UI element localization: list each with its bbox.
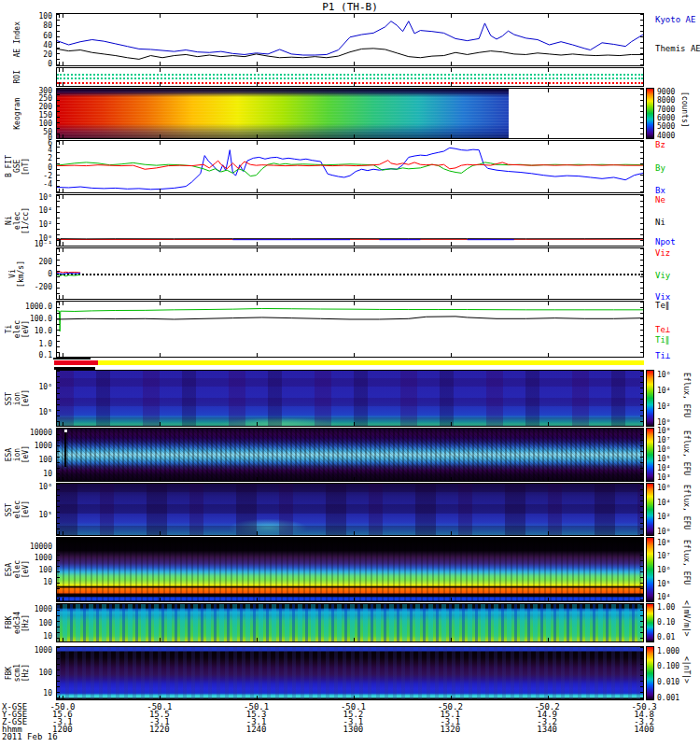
tick-label: 10⁸ [657, 538, 670, 546]
panel-y-axis-label: Vi [km/s] [0, 247, 34, 300]
axis-row-hhmm: hhmm1200122012401300132013401400 [0, 725, 700, 733]
legend-label: Te⊥ [655, 325, 670, 334]
tick-label: 0 [48, 60, 52, 68]
temperature-left-tick-comb [57, 302, 60, 357]
tick-label: 9000 [657, 87, 675, 95]
panel-temperature: 1000.0100.010.01.00.1 [56, 301, 644, 358]
bfit-right-tick-comb [640, 141, 643, 192]
tick-label: 10⁶ [657, 566, 670, 574]
tick-label: 1.0 [39, 339, 52, 347]
esa-ion-colorbar [646, 428, 654, 482]
series-Te∥ [57, 317, 643, 319]
tick-label: 10³ [657, 472, 670, 481]
panel-y-axis-label: Keogram [0, 88, 34, 139]
b-fit-chart [57, 141, 643, 192]
tick-label: 80 [43, 21, 52, 30]
fbk-edc34-left-tick-comb [57, 604, 60, 641]
panel-y-axis-label: SST elec [eV] [0, 483, 34, 536]
panel-y-axis-label-text: AE Index [13, 21, 21, 58]
panel-y-axis-label-text: ESA elec [eV] [5, 560, 30, 578]
tick-label: 0 [48, 270, 52, 278]
legend-label: Ni [655, 218, 665, 227]
tick-label: 10⁷ [657, 436, 670, 444]
dotted-guide-line [57, 74, 643, 76]
legend-label: Themis AE [655, 44, 700, 53]
tick-label: 200 [39, 102, 52, 110]
sst-elec-left-tick-comb [57, 484, 60, 535]
esa-elec-spectrogram [57, 538, 643, 601]
panel-y-axis-label: ESA elec [eV] [0, 537, 34, 602]
tick-label: 4000 [657, 131, 675, 139]
panel-esa-ion: 10000100010010 [56, 428, 644, 482]
legend-label: [counts] [680, 92, 689, 128]
axis-value: 1340 [537, 725, 557, 734]
panel-y-axis-label: ESA ion [eV] [0, 428, 34, 482]
legend-label: Bz [655, 140, 665, 149]
series-Vix [57, 273, 80, 274]
legend-label: Eflux, EFU [682, 540, 691, 585]
tick-label: 10⁶ [657, 370, 670, 378]
esa-elec-left-tick-comb [57, 538, 60, 601]
panel-y-axis-label-text: FBK edc34 [Hz] [5, 612, 30, 634]
bfit-left-tick-comb [57, 141, 60, 192]
tick-label: 10⁵ [657, 579, 670, 587]
tick-label: 10⁶ [657, 483, 670, 491]
tick-label: 10 [43, 632, 52, 641]
panel-sst-ion: 10⁶10⁵ [56, 370, 644, 427]
tick-label: 10⁶ [657, 445, 670, 454]
ae-right-tick-comb [640, 14, 643, 65]
tick-label: 100 [39, 668, 52, 676]
tick-label: -2 [43, 171, 52, 179]
axis-value: 1320 [440, 725, 460, 734]
keogram-right-tick-comb [640, 89, 643, 138]
legend-label: Kyoto AE [655, 15, 695, 24]
esa-ion-white-dot [64, 430, 67, 432]
tick-label: 10 [43, 469, 52, 477]
sst-elec-colorbar [646, 483, 654, 536]
panel-density: 10⁶10⁴10²10⁰10⁻¹ [56, 194, 644, 247]
panel-y-axis-label-text: B FIT GSE [nT] [5, 155, 30, 177]
fbk-scm1-colorbar [646, 646, 654, 700]
sst-ion-spectrogram [57, 371, 643, 426]
date-label: 2011 Feb 16 [2, 732, 58, 741]
legend-label: Viy [655, 271, 670, 280]
panel-y-axis-label: Ni elec [1/cc] [0, 194, 34, 247]
tick-label: 10⁰ [657, 528, 670, 536]
panel-y-axis-label-text: FBK scm1 [Hz] [5, 664, 30, 682]
temperature-chart [57, 302, 643, 357]
panel-y-axis-label-text: SST elec [eV] [5, 500, 30, 518]
tick-label: 10² [39, 219, 52, 228]
panel-y-axis-label-text: ROI [13, 70, 21, 83]
series-Kyoto AE [57, 21, 643, 55]
tick-label: -4 [43, 179, 52, 188]
tick-label: 1000 [35, 645, 52, 654]
tick-label: 10² [657, 402, 670, 411]
tick-label: 10⁰ [657, 418, 670, 427]
velocity-right-tick-comb [640, 248, 643, 299]
sst-ion-right-tick-comb [640, 371, 643, 426]
ae-left-tick-comb [57, 14, 60, 65]
panel-y-axis-label-text: Keogram [13, 98, 21, 130]
tick-label: 0.10 [657, 618, 675, 627]
dotted-guide-line [57, 78, 643, 79]
sst-elec-right-tick-comb [640, 484, 643, 535]
legend-label: Bx [655, 186, 665, 195]
velocity-left-tick-comb [57, 248, 60, 299]
panel-fbk-scm1: 100010010 [56, 646, 644, 700]
ae-index-chart [57, 14, 643, 65]
axis-value: 1300 [343, 725, 364, 734]
sst-ion-left-tick-comb [57, 371, 60, 426]
tick-label: 0.001 [657, 694, 679, 702]
legend-label: Eflux, EFU [682, 485, 691, 529]
fbk-edc34-colorbar [646, 603, 654, 642]
fbk-scm1-left-tick-comb [57, 647, 60, 699]
panel-roi [56, 67, 644, 87]
tick-label: 7000 [657, 105, 675, 113]
tick-label: 2 [48, 154, 52, 162]
panel-esa-elec: 10000100010010 [56, 537, 644, 602]
tick-label: 10⁻¹ [35, 240, 52, 248]
panel-y-axis-label: SST ion [eV] [0, 370, 34, 427]
legend-label: Ti∥ [655, 335, 669, 345]
axis-value: 1240 [246, 725, 267, 734]
panel-y-axis-label: Ti elec [eV] [0, 301, 34, 358]
